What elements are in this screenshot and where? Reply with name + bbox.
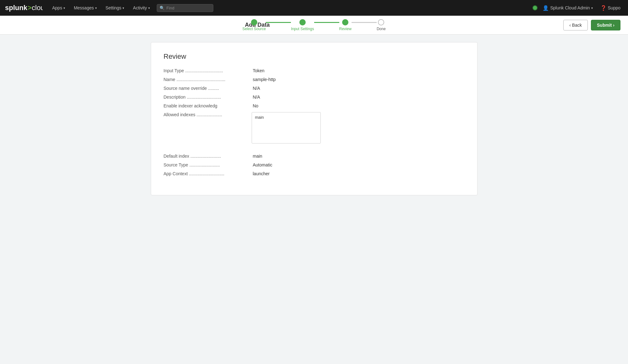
review-value-source-type: Automatic xyxy=(253,162,272,167)
step-circle-3 xyxy=(342,19,348,25)
review-value-name: sample-http xyxy=(253,77,276,82)
review-row-name: Name ...................................… xyxy=(164,77,465,82)
review-label-source-type: Source Type ......................... xyxy=(164,162,252,167)
step-label-4: Done xyxy=(377,27,386,31)
wizard-nav-buttons: ‹ Back Submit › xyxy=(563,20,620,30)
svg-text:>: > xyxy=(28,4,32,12)
apps-chevron-icon: ▾ xyxy=(63,6,65,10)
activity-menu[interactable]: Activity ▾ xyxy=(128,0,154,16)
wizard-steps: Select Source Input Settings Review Done xyxy=(242,19,385,31)
review-value-app-context: launcher xyxy=(253,171,270,176)
main-content: Review Input Type ......................… xyxy=(0,35,628,203)
review-label-allowed-indexes: Allowed indexes ..................... xyxy=(164,112,252,117)
step-label-2: Input Settings xyxy=(291,27,314,31)
review-card: Review Input Type ......................… xyxy=(151,42,478,195)
allowed-indexes-value: main xyxy=(255,115,264,120)
review-row-description: Description ............................… xyxy=(164,95,465,100)
review-row-source-override: Source name override ......... N/A xyxy=(164,86,465,91)
step-circle-2 xyxy=(299,19,306,25)
user-menu[interactable]: 👤 Splunk Cloud Admin ▾ xyxy=(540,5,595,11)
wizard-step-review: Review xyxy=(339,19,352,31)
step-label-3: Review xyxy=(339,27,352,31)
review-row-input-type: Input Type .............................… xyxy=(164,68,465,73)
brand-logo[interactable]: splunk > cloud xyxy=(5,3,43,13)
search-input[interactable] xyxy=(167,6,210,10)
review-value-description: N/A xyxy=(253,95,260,100)
user-chevron-icon: ▾ xyxy=(591,6,593,10)
search-box[interactable]: 🔍 xyxy=(157,4,213,12)
svg-text:splunk: splunk xyxy=(5,4,28,12)
review-row-indexer-ack: Enable indexer acknowledg No xyxy=(164,103,465,108)
wizard-header: Add Data Select Source Input Settings Re… xyxy=(0,16,628,35)
apps-menu[interactable]: Apps ▾ xyxy=(48,0,69,16)
wizard-step-done: Done xyxy=(377,19,386,31)
status-indicator xyxy=(532,5,538,10)
review-value-source-override: N/A xyxy=(253,86,260,91)
review-value-default-index: main xyxy=(253,154,262,159)
wizard-connector-3 xyxy=(352,22,377,23)
review-row-default-index: Default index ......................... … xyxy=(164,154,465,159)
wizard-step-select-source: Select Source xyxy=(242,19,266,31)
review-row-app-context: App Context ............................… xyxy=(164,171,465,176)
wizard-connector-2 xyxy=(314,22,339,23)
messages-menu[interactable]: Messages ▾ xyxy=(69,0,101,16)
review-label-source-override: Source name override ......... xyxy=(164,86,252,91)
review-label-description: Description ............................ xyxy=(164,95,252,100)
search-icon: 🔍 xyxy=(160,6,165,10)
review-row-allowed-indexes: Allowed indexes ..................... ma… xyxy=(164,112,465,144)
review-label-indexer-ack: Enable indexer acknowledg xyxy=(164,103,252,108)
review-value-input-type: Token xyxy=(253,68,265,73)
step-circle-1 xyxy=(251,19,257,25)
messages-chevron-icon: ▾ xyxy=(95,6,97,10)
wizard-step-input-settings: Input Settings xyxy=(291,19,314,31)
step-label-1: Select Source xyxy=(242,27,266,31)
review-label-app-context: App Context ............................… xyxy=(164,171,252,176)
nav-right-area: 👤 Splunk Cloud Admin ▾ ❓ Suppo xyxy=(532,5,623,11)
user-icon: 👤 xyxy=(543,5,549,11)
settings-menu[interactable]: Settings ▾ xyxy=(101,0,129,16)
support-menu[interactable]: ❓ Suppo xyxy=(598,5,623,11)
question-icon: ❓ xyxy=(600,5,607,11)
review-value-indexer-ack: No xyxy=(253,103,259,108)
review-label-input-type: Input Type .............................… xyxy=(164,68,252,73)
review-section-title: Review xyxy=(164,52,465,61)
svg-text:cloud: cloud xyxy=(32,4,43,12)
settings-chevron-icon: ▾ xyxy=(123,6,124,10)
review-label-default-index: Default index ......................... xyxy=(164,154,252,159)
review-row-source-type: Source Type ......................... Au… xyxy=(164,162,465,167)
submit-button[interactable]: Submit › xyxy=(591,20,620,30)
back-button[interactable]: ‹ Back xyxy=(563,20,588,30)
step-circle-4 xyxy=(378,19,384,25)
allowed-indexes-box: main xyxy=(252,112,321,144)
activity-chevron-icon: ▾ xyxy=(148,6,150,10)
review-label-name: Name ...................................… xyxy=(164,77,252,82)
navbar: splunk > cloud Apps ▾ Messages ▾ Setting… xyxy=(0,0,628,16)
